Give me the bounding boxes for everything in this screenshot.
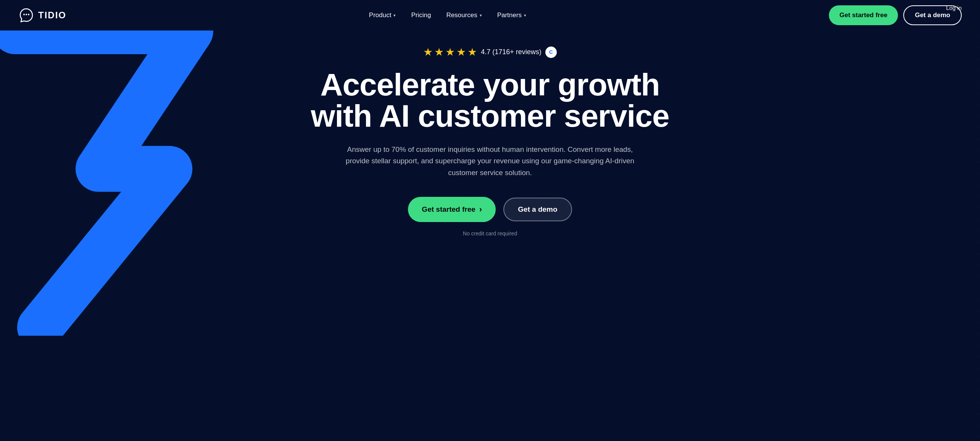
nav-resources[interactable]: Resources ▾ [440, 8, 488, 23]
nav-product[interactable]: Product ▾ [363, 8, 402, 23]
nav-partners[interactable]: Partners ▾ [491, 8, 532, 23]
product-chevron-icon: ▾ [393, 13, 396, 18]
star-4: ★ [456, 46, 466, 58]
svg-point-0 [23, 14, 25, 15]
logo-icon [18, 7, 34, 23]
hero-buttons: Get started free › Get a demo No credit … [311, 197, 669, 237]
star-1: ★ [423, 46, 433, 58]
rating-score: 4.7 (1716+ reviews) [481, 48, 542, 56]
nav-actions: Get started free Get a demo [829, 5, 962, 25]
hero-get-demo-button[interactable]: Get a demo [503, 198, 572, 221]
capterra-badge: C [545, 47, 557, 58]
hero-buttons-row: Get started free › Get a demo [408, 197, 572, 222]
nav-pricing[interactable]: Pricing [405, 8, 437, 23]
logo[interactable]: TIDIO [18, 7, 66, 23]
svg-point-1 [26, 14, 27, 15]
hero-content: ★ ★ ★ ★ ★ 4.7 (1716+ reviews) C Accelera… [301, 46, 678, 237]
svg-point-2 [28, 14, 29, 15]
resources-chevron-icon: ▾ [480, 13, 482, 18]
logo-text: TIDIO [38, 10, 66, 21]
bolt-decoration [0, 31, 237, 336]
star-3: ★ [445, 46, 455, 58]
star-2: ★ [434, 46, 444, 58]
nav-get-started-button[interactable]: Get started free [829, 5, 898, 25]
hero-title: Accelerate your growth with AI customer … [311, 69, 669, 132]
hero-section: ★ ★ ★ ★ ★ 4.7 (1716+ reviews) C Accelera… [0, 31, 980, 441]
rating-row: ★ ★ ★ ★ ★ 4.7 (1716+ reviews) C [311, 46, 669, 58]
no-credit-card-text: No credit card required [463, 230, 517, 237]
partners-chevron-icon: ▾ [524, 13, 526, 18]
hero-subtitle: Answer up to 70% of customer inquiries w… [345, 144, 635, 179]
navbar: TIDIO Product ▾ Pricing Resources ▾ Part… [0, 0, 980, 31]
star-rating: ★ ★ ★ ★ ★ [423, 46, 477, 58]
nav-get-demo-button[interactable]: Get a demo [903, 5, 962, 25]
nav-links: Product ▾ Pricing Resources ▾ Partners ▾ [363, 8, 532, 23]
hero-get-started-button[interactable]: Get started free › [408, 197, 496, 222]
arrow-icon: › [479, 204, 482, 214]
star-5: ★ [467, 46, 477, 58]
